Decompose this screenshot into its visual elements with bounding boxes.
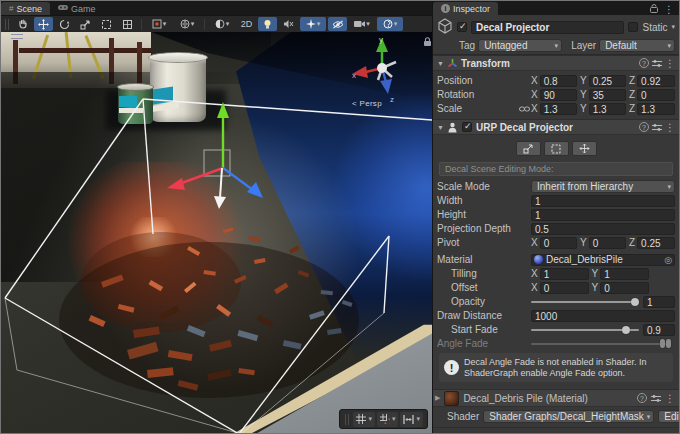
gizmo-lock-icon[interactable]	[423, 37, 432, 49]
object-picker-icon[interactable]: ◎	[664, 255, 672, 265]
transform-title: Transform	[461, 58, 510, 69]
rect-tool-button[interactable]	[97, 17, 116, 31]
tab-inspector[interactable]: i Inspector	[433, 2, 498, 15]
decal-projector-header[interactable]: ▼ URP Decal Projector ? ⋮	[433, 119, 679, 135]
gizmo-x-label: x	[352, 71, 356, 80]
opacity-value-field[interactable]: 1	[643, 296, 675, 308]
rotation-y-field[interactable]: 35	[589, 89, 626, 101]
edit-scale-mode-button[interactable]	[516, 141, 541, 156]
2d-toggle-button[interactable]: 2D	[237, 17, 256, 31]
overlay-drag-handle[interactable]	[11, 34, 23, 39]
material-editor-header[interactable]: ▶ Decal_Debris Pile (Material) ? ⋮	[433, 389, 679, 407]
lock-icon[interactable]	[650, 4, 658, 15]
inspector-tabbar: i Inspector ⋮	[433, 1, 679, 15]
help-icon[interactable]: ?	[639, 58, 649, 68]
position-label: Position	[437, 75, 531, 86]
effects-dropdown[interactable]	[300, 17, 326, 31]
foldout-arrow-icon[interactable]: ▼	[437, 124, 444, 131]
help-icon[interactable]: ?	[637, 393, 647, 403]
transform-tool-button[interactable]	[118, 17, 137, 31]
component-menu-icon[interactable]: ⋮	[665, 122, 675, 133]
edit-pivot-mode-button[interactable]	[572, 141, 597, 156]
gameobject-active-checkbox[interactable]	[457, 22, 467, 32]
shader-dropdown[interactable]: Shader Graphs/Decal_HeightMask	[483, 410, 654, 423]
start-fade-value-field[interactable]: 0.9	[643, 324, 675, 336]
grid-snap-toolbar	[339, 409, 428, 429]
tilling-x-field[interactable]: 1	[540, 268, 589, 280]
tab-game[interactable]: Game	[50, 2, 104, 15]
rotation-z-field[interactable]: 0	[637, 89, 675, 101]
rotate-tool-button[interactable]	[55, 17, 74, 31]
material-foldout-icon[interactable]: ▶	[435, 394, 440, 402]
gameobject-name-field[interactable]: Decal Projector	[471, 21, 624, 34]
pivot-x-field[interactable]: 0	[540, 237, 577, 249]
move-gizmo	[167, 102, 263, 209]
material-label: Material	[437, 254, 531, 265]
offset-y-field[interactable]: 0	[600, 282, 649, 294]
edit-crop-mode-button[interactable]	[544, 141, 569, 156]
opacity-slider[interactable]	[531, 296, 639, 308]
width-field[interactable]: 1	[531, 195, 675, 207]
inspector-menu-icon[interactable]: ⋮	[664, 4, 674, 15]
offset-x-field[interactable]: 0	[540, 282, 589, 294]
presets-icon[interactable]	[651, 394, 661, 403]
material-object-field[interactable]: Decal_DebrisPile ◎	[531, 254, 675, 266]
scene-visibility-button[interactable]	[328, 17, 347, 31]
transform-header[interactable]: ▼ Transform ? ⋮	[433, 55, 679, 71]
tab-scene[interactable]: # Scene	[1, 2, 50, 15]
shading-mode-dropdown[interactable]	[209, 17, 235, 31]
tag-dropdown[interactable]: Untagged	[478, 39, 562, 52]
gameobject-cube-icon[interactable]	[437, 18, 453, 36]
persp-label[interactable]: < Persp	[352, 99, 382, 108]
static-checkbox[interactable]	[628, 22, 638, 32]
snap-increment-dropdown[interactable]	[377, 412, 399, 427]
tab-scene-label: Scene	[16, 4, 42, 14]
camera-dropdown[interactable]	[349, 17, 375, 31]
tilling-y-field[interactable]: 1	[600, 268, 649, 280]
presets-icon[interactable]	[652, 59, 662, 68]
pivot-y-field[interactable]: 0	[589, 237, 626, 249]
position-y-field[interactable]: 0.25	[589, 75, 626, 87]
constrain-proportions-icon[interactable]	[519, 105, 531, 113]
scale-z-field[interactable]: 1.3	[637, 103, 675, 115]
tag-label: Tag	[459, 40, 475, 51]
height-field[interactable]: 1	[531, 209, 675, 221]
layer-dropdown[interactable]: Default	[599, 39, 675, 52]
lighting-toggle-button[interactable]	[258, 17, 277, 31]
grid-visibility-dropdown[interactable]	[353, 412, 375, 427]
draw-distance-field[interactable]: 1000	[531, 310, 675, 322]
toolbar-drag-handle[interactable]	[5, 19, 9, 30]
scene-view-options-dropdown[interactable]	[377, 17, 403, 31]
grid-snapping-dropdown[interactable]	[400, 412, 423, 427]
audio-toggle-button[interactable]	[279, 17, 298, 31]
pivot-rotation-dropdown[interactable]	[174, 17, 200, 31]
start-fade-slider[interactable]	[531, 324, 639, 336]
foldout-arrow-icon[interactable]: ▼	[437, 60, 444, 67]
shader-edit-button[interactable]: Edit...	[658, 410, 680, 423]
scale-x-field[interactable]: 1.3	[540, 103, 577, 115]
static-dropdown-arrow[interactable]: ▾	[671, 23, 675, 31]
scale-mode-dropdown[interactable]: Inherit from Hierarchy	[531, 180, 675, 193]
scene-toolbar: 2D	[1, 15, 432, 32]
scale-y-field[interactable]: 1.3	[589, 103, 626, 115]
pivot-mode-dropdown[interactable]	[146, 17, 172, 31]
position-x-field[interactable]: 0.8	[540, 75, 577, 87]
position-z-field[interactable]: 0.92	[637, 75, 675, 87]
decal-title: URP Decal Projector	[476, 122, 573, 133]
gamepad-icon	[58, 4, 68, 13]
move-tool-button[interactable]	[34, 17, 53, 31]
decal-editing-mode-box: Decal Scene Editing Mode:	[439, 162, 673, 176]
help-icon[interactable]: ?	[639, 122, 649, 132]
rotation-x-field[interactable]: 90	[540, 89, 577, 101]
decal-enabled-checkbox[interactable]	[462, 122, 472, 132]
hand-tool-button[interactable]	[13, 17, 32, 31]
scale-tool-button[interactable]	[76, 17, 95, 31]
component-menu-icon[interactable]: ⋮	[665, 58, 675, 69]
scene-viewport[interactable]: y x z < Persp	[1, 32, 432, 433]
material-menu-icon[interactable]: ⋮	[665, 393, 675, 404]
presets-icon[interactable]	[652, 123, 662, 132]
projection-depth-field[interactable]: 0.5	[531, 223, 675, 235]
grid-toolbar-handle[interactable]	[345, 414, 349, 425]
pivot-z-field[interactable]: 0.25	[637, 237, 675, 249]
orientation-gizmo[interactable]: y x z < Persp	[346, 34, 418, 110]
